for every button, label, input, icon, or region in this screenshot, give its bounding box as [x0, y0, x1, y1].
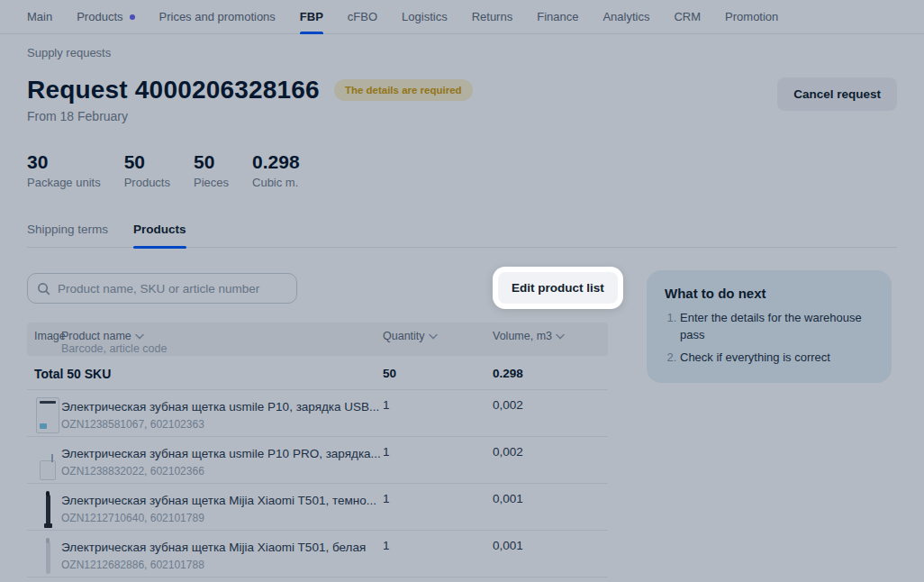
breadcrumb[interactable]: Supply requests: [27, 46, 111, 59]
nav-item-logistics[interactable]: Logistics: [402, 0, 448, 34]
what-to-do-next-panel: What to do next Enter the details for th…: [647, 270, 892, 383]
table-header: Image Product name Barcode, article code…: [27, 323, 608, 356]
chevron-down-icon: [135, 333, 144, 340]
column-header-barcode: Barcode, article code: [61, 342, 167, 355]
product-volume: 0,002: [493, 398, 523, 412]
stat-package-units: 30 Package units: [27, 151, 101, 189]
stat-pieces: 50 Pieces: [194, 151, 229, 189]
stat-label: Pieces: [194, 176, 229, 189]
chevron-down-icon: [429, 333, 438, 340]
product-code: OZN1238581067, 602102363: [61, 418, 374, 431]
table-row: Электрическая зубная щетка Mijia Xiaomi …: [27, 484, 608, 531]
product-info: Электрическая зубная щетка usmile P10, з…: [61, 398, 374, 431]
product-thumbnail: [34, 396, 61, 433]
stat-label: Cubic m.: [252, 176, 300, 189]
table-row: Электрическая зубная щетка usmile P10, з…: [27, 390, 608, 437]
column-header-volume[interactable]: Volume, m3: [493, 330, 565, 342]
table-total-row: Total 50 SKU 50 0.298: [27, 356, 608, 390]
stat-label: Products: [124, 176, 170, 189]
product-info: Электрическая зубная щетка Mijia Xiaomi …: [61, 492, 374, 524]
next-step-item: Check if everything is correct: [680, 350, 874, 367]
top-nav: Main Products Prices and promotions FBP …: [0, 0, 924, 34]
product-info: Электрическая зубная щетка Mijia Xiaomi …: [61, 539, 374, 571]
product-thumbnail: [34, 442, 61, 480]
nav-item-products[interactable]: Products: [77, 0, 134, 34]
panel-title: What to do next: [665, 286, 874, 301]
next-step-item: Enter the details for the warehouse pass: [680, 310, 874, 344]
nav-item-fbp[interactable]: FBP: [300, 0, 323, 34]
next-steps-list: Enter the details for the warehouse pass…: [665, 310, 874, 367]
total-quantity: 50: [383, 367, 396, 380]
nav-item-finance[interactable]: Finance: [537, 0, 578, 34]
edit-product-list-button[interactable]: Edit product list: [498, 272, 618, 304]
stats-row: 30 Package units 50 Products 50 Pieces 0…: [27, 151, 300, 189]
status-badge: The details are required: [334, 79, 473, 101]
product-code: OZN1238832022, 602102366: [61, 465, 374, 477]
nav-item-promotion[interactable]: Promotion: [725, 0, 778, 34]
product-thumbnail: [34, 536, 61, 574]
product-volume: 0,001: [493, 492, 523, 505]
product-volume: 0,002: [493, 445, 523, 459]
product-name: Электрическая зубная щетка usmile P10 PR…: [61, 447, 381, 460]
table-row: Электрическая зубная щетка Mijia Xiaomi …: [27, 531, 608, 577]
nav-item-prices-and-promotions[interactable]: Prices and promotions: [159, 0, 276, 34]
stat-value: 0.298: [252, 151, 300, 173]
stat-cubic-m: 0.298 Cubic m.: [252, 151, 300, 189]
stat-value: 30: [27, 151, 101, 173]
stat-value: 50: [124, 151, 170, 173]
product-thumbnail: [34, 489, 61, 527]
nav-item-crm[interactable]: CRM: [674, 0, 701, 34]
stat-products: 50 Products: [124, 151, 170, 189]
page-header: Request 4000206328166 The details are re…: [27, 76, 473, 105]
product-quantity: 1: [383, 445, 390, 459]
product-volume: 0,001: [493, 539, 523, 552]
notification-dot: [130, 14, 135, 20]
search-input[interactable]: [58, 282, 287, 296]
product-code: OZN1212710640, 602101789: [61, 512, 374, 524]
product-name: Электрическая зубная щетка Mijia Xiaomi …: [61, 494, 376, 507]
cancel-request-button[interactable]: Cancel request: [777, 77, 897, 111]
stat-label: Package units: [27, 176, 101, 189]
product-info: Электрическая зубная щетка usmile P10 PR…: [61, 445, 374, 477]
chevron-down-icon: [556, 333, 565, 340]
total-label: Total 50 SKU: [34, 367, 111, 381]
nav-item-main[interactable]: Main: [27, 0, 52, 34]
product-code: OZN1212682886, 602101788: [61, 559, 374, 571]
request-date: From 18 February: [27, 109, 128, 123]
tour-spotlight: Edit product list: [493, 267, 623, 309]
supply-request-page: Main Products Prices and promotions FBP …: [0, 0, 924, 582]
product-quantity: 1: [383, 492, 390, 505]
stat-value: 50: [194, 151, 229, 173]
product-name: Электрическая зубная щетка Mijia Xiaomi …: [61, 541, 366, 554]
product-quantity: 1: [383, 539, 390, 552]
section-tabs: Shipping terms Products: [27, 223, 897, 248]
tab-products[interactable]: Products: [133, 223, 186, 247]
product-quantity: 1: [383, 398, 390, 412]
column-header-quantity[interactable]: Quantity: [383, 330, 438, 342]
nav-item-cfbo[interactable]: cFBO: [348, 0, 377, 34]
total-volume: 0.298: [493, 367, 523, 380]
column-header-product-name[interactable]: Product name: [61, 330, 144, 342]
product-search: [27, 273, 297, 304]
search-icon: [37, 282, 50, 296]
products-table: Image Product name Barcode, article code…: [27, 323, 608, 577]
table-row: Электрическая зубная щетка usmile P10 PR…: [27, 437, 608, 484]
tab-shipping-terms[interactable]: Shipping terms: [27, 223, 108, 247]
page-title: Request 4000206328166: [27, 76, 320, 105]
product-name: Электрическая зубная щетка usmile P10, з…: [61, 400, 379, 414]
nav-item-returns[interactable]: Returns: [472, 0, 513, 34]
nav-item-analytics[interactable]: Analytics: [602, 0, 649, 34]
